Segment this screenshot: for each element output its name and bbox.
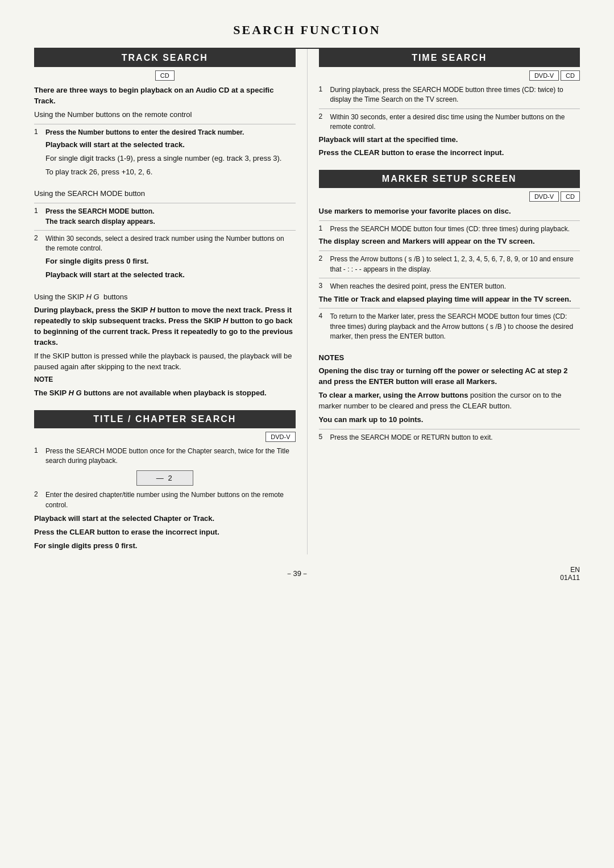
note-rest: buttons are not available when playback …: [84, 389, 266, 397]
time-step2a: Within 30 seconds, enter a desired disc …: [330, 113, 565, 131]
title-clear-bold: Press the CLEAR button to erase the inco…: [34, 527, 296, 538]
track-skip-para: During playback, press the SKIP H button…: [34, 305, 296, 348]
track-step2-1-bold: Press the SEARCH MODE button.: [45, 207, 154, 215]
note-label: NOTE: [34, 375, 296, 385]
marker-step5: 5 Press the SEARCH MODE or RETURN button…: [319, 433, 580, 443]
track-intro: There are three ways to begin playback o…: [34, 85, 296, 107]
time-dvdv-badge: DVD-V: [529, 70, 559, 81]
skip-hg2: H: [221, 316, 229, 325]
track-search-header: TRACK SEARCH: [34, 49, 296, 67]
note-skip-bold: The SKIP H G buttons are not available w…: [34, 388, 296, 399]
title-display: — 2: [136, 470, 193, 486]
marker-div3: [319, 278, 580, 278]
skip-hg1: H: [148, 306, 155, 314]
track-single-digit: For single digit tracks (1-9), press a s…: [45, 153, 296, 164]
track-step2-2: 2 Within 30 seconds, select a desired tr…: [34, 234, 296, 254]
marker-div2: [319, 251, 580, 251]
track-section3-buttons: buttons: [103, 293, 128, 301]
time-badge-row: DVD-V CD: [319, 70, 580, 81]
track-single-0: For single digits press 0 first.: [45, 256, 296, 267]
marker-step-num-3: 3: [319, 282, 327, 291]
track-step2-2-content: Within 30 seconds, select a desired trac…: [45, 234, 296, 254]
title-step2a: Enter the desired chapter/title number u…: [45, 491, 284, 508]
time-step1-content: During playback, press the SEARCH MODE b…: [330, 85, 580, 105]
time-cd-badge: CD: [561, 70, 580, 81]
marker-step4: 4 To return to the Marker later, press t…: [319, 312, 580, 341]
marker-step-num-5: 5: [319, 433, 327, 443]
page-number: －39－: [285, 569, 308, 579]
title-step-num-2: 2: [34, 490, 42, 510]
track-playback-bold: Playback will start at the selected trac…: [45, 140, 296, 151]
marker-step1a: Press the SEARCH MODE button four times …: [330, 225, 570, 233]
track-step1: 1 Press the Number buttons to enter the …: [34, 128, 296, 137]
note-skip-text: The SKIP: [34, 389, 67, 397]
marker-step2: 2 Press the Arrow buttons ( s /B ) to se…: [319, 254, 580, 274]
time-step2-content: Within 30 seconds, enter a desired disc …: [330, 112, 580, 132]
track-section3-using: Using the SKIP: [34, 293, 84, 301]
marker-step5a: Press the SEARCH MODE or RETURN button t…: [330, 433, 493, 441]
track-step2-2a: Within 30 seconds, select a desired trac…: [45, 235, 284, 252]
marker-step3a: When reaches the desired point, press th…: [330, 282, 507, 290]
marker-note2: To clear a marker, using the Arrow butto…: [319, 390, 580, 412]
track-section1-label: Using the Number buttons on the remote c…: [34, 110, 296, 120]
title-playback-bold: Playback will start at the selected Chap…: [34, 514, 296, 524]
title-step1: 1 Press the SEARCH MODE button once for …: [34, 446, 296, 466]
marker-div1: [319, 220, 580, 221]
main-layout: TRACK SEARCH CD There are three ways to …: [34, 49, 580, 554]
div3: [34, 230, 296, 231]
marker-step2-content: Press the Arrow buttons ( s /B ) to sele…: [330, 254, 580, 274]
marker-note2c-bold: You can mark up to 10 points.: [319, 415, 580, 425]
track-playback2: Playback will start at the selected trac…: [45, 270, 296, 281]
time-step1a: During playback, press the SEARCH MODE b…: [330, 86, 563, 103]
title-dvdv-badge: DVD-V: [265, 432, 295, 442]
time-step-num-2: 2: [319, 112, 327, 132]
marker-step3b-bold: The Title or Track and elapsed playing t…: [319, 294, 580, 305]
marker-step3-content: When reaches the desired point, press th…: [330, 282, 507, 291]
marker-step4a: To return to the Marker later, press the…: [330, 312, 574, 340]
track-step1-bold: Press the Number buttons to enter the de…: [45, 128, 244, 136]
time-playback-bold: Playback will start at the specified tim…: [319, 135, 580, 145]
marker-div4: [319, 308, 580, 308]
track-step2-1: 1 Press the SEARCH MODE button. The trac…: [34, 207, 296, 227]
track-play26: To play track 26, press +10, 2, 6.: [45, 167, 296, 178]
right-column: TIME SEARCH DVD-V CD 1 During playback, …: [308, 49, 580, 554]
marker-intro-bold: Use markers to memorise your favorite pl…: [319, 206, 580, 217]
marker-step1: 1 Press the SEARCH MODE button four time…: [319, 224, 580, 234]
marker-step-num-1: 1: [319, 224, 327, 234]
time-clear-bold: Press the CLEAR button to erase the inco…: [319, 148, 580, 158]
marker-note1-bold: Opening the disc tray or turning off the…: [319, 366, 580, 387]
marker-notes-label: NOTES: [319, 353, 580, 364]
page-title: SEARCH FUNCTION: [34, 23, 580, 37]
marker-note2a-bold: To clear a marker, using the Arrow butto…: [319, 391, 468, 399]
title-step1-content: Press the SEARCH MODE button once for th…: [45, 446, 296, 466]
marker-dvdv-badge: DVD-V: [529, 191, 559, 202]
marker-step4-content: To return to the Marker later, press the…: [330, 312, 580, 341]
track-step1-content: Press the Number buttons to enter the de…: [45, 128, 244, 137]
track-step2-1-content: Press the SEARCH MODE button. The track …: [45, 207, 155, 227]
title-step2-content: Enter the desired chapter/title number u…: [45, 490, 296, 510]
track-cd-badge: CD: [155, 70, 175, 81]
skip-bold1: During playback, press the SKIP: [34, 306, 148, 314]
marker-div5: [319, 429, 580, 429]
time-step2: 2 Within 30 seconds, enter a desired dis…: [319, 112, 580, 132]
marker-step-num-2: 2: [319, 254, 327, 274]
div2: [34, 203, 296, 203]
step-num-1: 1: [34, 128, 42, 137]
step-num-2-1: 1: [34, 207, 42, 227]
marker-step3: 3 When reaches the desired point, press …: [319, 282, 580, 291]
marker-step1-content: Press the SEARCH MODE button four times …: [330, 224, 570, 234]
title-step2: 2 Enter the desired chapter/title number…: [34, 490, 296, 510]
doc-code: EN 01A11: [560, 566, 580, 582]
step-num-2-2: 2: [34, 234, 42, 254]
title-badge-row: DVD-V: [34, 432, 296, 442]
bottom-bar: －39－ EN 01A11: [34, 566, 580, 582]
title-step1a: Press the SEARCH MODE button once for th…: [45, 447, 289, 465]
time-step-num-1: 1: [319, 85, 327, 105]
title-step-num-1: 1: [34, 446, 42, 466]
marker-cd-badge: CD: [561, 191, 580, 202]
track-step2-1-text: The track search display appears.: [45, 218, 155, 226]
time-step1: 1 During playback, press the SEARCH MODE…: [319, 85, 580, 105]
left-column: TRACK SEARCH CD There are three ways to …: [34, 49, 308, 554]
marker-step2a: Press the Arrow buttons ( s /B ) to sele…: [330, 255, 574, 273]
note-hg: H G: [68, 389, 81, 397]
